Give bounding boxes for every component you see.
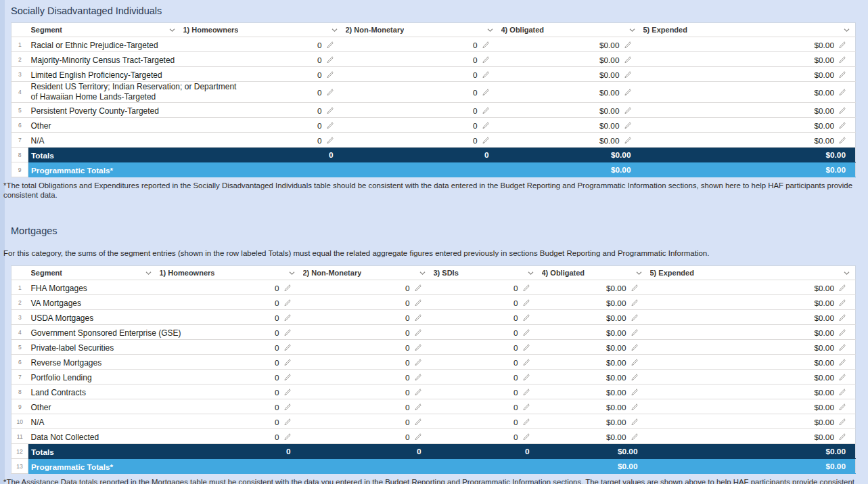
pencil-icon[interactable] [414, 284, 421, 292]
pencil-icon[interactable] [283, 418, 291, 426]
column-header-segment[interactable]: Segment [28, 23, 181, 37]
column-header-4-obligated[interactable]: 4) Obligated [499, 23, 641, 37]
pencil-icon[interactable] [624, 71, 631, 79]
pencil-icon[interactable] [522, 299, 530, 307]
pencil-icon[interactable] [838, 89, 846, 96]
segment-label: Resident US Territory; Indian Reservatio… [31, 82, 237, 102]
value-cell: $0.00 [499, 118, 641, 133]
pencil-icon[interactable] [414, 418, 421, 426]
pencil-icon[interactable] [283, 299, 291, 307]
pencil-icon[interactable] [283, 433, 291, 441]
cell-value: 0 [275, 433, 279, 442]
pencil-icon[interactable] [283, 314, 291, 322]
column-header-1-homeowners[interactable]: 1) Homeowners [181, 23, 343, 37]
pencil-icon[interactable] [838, 41, 846, 49]
pencil-icon[interactable] [838, 122, 846, 129]
pencil-icon[interactable] [283, 374, 291, 381]
pencil-icon[interactable] [522, 374, 530, 381]
total-value-cell [181, 162, 343, 177]
pencil-icon[interactable] [326, 41, 334, 49]
pencil-icon[interactable] [414, 359, 421, 366]
column-header-2-non-monetary[interactable]: 2) Non-Monetary [343, 23, 499, 37]
pencil-icon[interactable] [482, 56, 489, 64]
pencil-icon[interactable] [482, 89, 489, 96]
column-header-3-sdis[interactable]: 3) SDIs [431, 266, 539, 280]
pencil-icon[interactable] [838, 284, 846, 292]
pencil-icon[interactable] [838, 299, 846, 307]
pencil-icon[interactable] [624, 89, 631, 96]
pencil-icon[interactable] [522, 329, 530, 336]
pencil-icon[interactable] [631, 299, 638, 307]
pencil-icon[interactable] [624, 41, 631, 49]
column-header-segment[interactable]: Segment [28, 266, 157, 280]
pencil-icon[interactable] [838, 418, 846, 426]
pencil-icon[interactable] [522, 389, 530, 396]
pencil-icon[interactable] [838, 389, 846, 396]
column-header-5-expended[interactable]: 5) Expended [641, 23, 856, 37]
pencil-icon[interactable] [326, 137, 334, 144]
pencil-icon[interactable] [482, 71, 489, 79]
total-value: 0 [329, 150, 334, 160]
pencil-icon[interactable] [838, 137, 846, 144]
pencil-icon[interactable] [414, 374, 421, 381]
pencil-icon[interactable] [838, 403, 846, 411]
pencil-icon[interactable] [631, 374, 638, 381]
pencil-icon[interactable] [838, 56, 846, 64]
pencil-icon[interactable] [283, 344, 291, 351]
pencil-icon[interactable] [631, 359, 638, 366]
pencil-icon[interactable] [838, 107, 846, 114]
pencil-icon[interactable] [283, 389, 291, 396]
value-cell: $0.00 [499, 133, 641, 148]
pencil-icon[interactable] [631, 389, 638, 396]
pencil-icon[interactable] [414, 433, 421, 441]
pencil-icon[interactable] [414, 329, 421, 336]
pencil-icon[interactable] [631, 344, 638, 351]
pencil-icon[interactable] [624, 122, 631, 129]
pencil-icon[interactable] [283, 329, 291, 336]
pencil-icon[interactable] [522, 314, 530, 322]
pencil-icon[interactable] [624, 56, 631, 64]
pencil-icon[interactable] [283, 284, 291, 292]
pencil-icon[interactable] [522, 418, 530, 426]
pencil-icon[interactable] [414, 314, 421, 322]
pencil-icon[interactable] [283, 403, 291, 411]
pencil-icon[interactable] [838, 344, 846, 351]
pencil-icon[interactable] [326, 89, 334, 96]
pencil-icon[interactable] [414, 389, 421, 396]
pencil-icon[interactable] [838, 329, 846, 336]
pencil-icon[interactable] [522, 284, 530, 292]
column-header-4-obligated[interactable]: 4) Obligated [539, 266, 647, 280]
pencil-icon[interactable] [838, 314, 846, 322]
pencil-icon[interactable] [631, 284, 638, 292]
pencil-icon[interactable] [631, 433, 638, 441]
pencil-icon[interactable] [522, 403, 530, 411]
pencil-icon[interactable] [482, 107, 489, 114]
pencil-icon[interactable] [631, 329, 638, 336]
pencil-icon[interactable] [624, 137, 631, 144]
column-header-1-homeowners[interactable]: 1) Homeowners [157, 266, 300, 280]
pencil-icon[interactable] [838, 71, 846, 79]
pencil-icon[interactable] [522, 344, 530, 351]
pencil-icon[interactable] [414, 344, 421, 351]
column-header-5-expended[interactable]: 5) Expended [647, 266, 856, 280]
pencil-icon[interactable] [838, 374, 846, 381]
pencil-icon[interactable] [414, 299, 421, 307]
pencil-icon[interactable] [631, 403, 638, 411]
pencil-icon[interactable] [283, 359, 291, 366]
pencil-icon[interactable] [482, 122, 489, 129]
column-header-2-non-monetary[interactable]: 2) Non-Monetary [300, 266, 431, 280]
pencil-icon[interactable] [624, 107, 631, 114]
pencil-icon[interactable] [838, 359, 846, 366]
pencil-icon[interactable] [482, 137, 489, 144]
pencil-icon[interactable] [631, 418, 638, 426]
pencil-icon[interactable] [631, 314, 638, 322]
pencil-icon[interactable] [326, 122, 334, 129]
pencil-icon[interactable] [414, 403, 421, 411]
pencil-icon[interactable] [838, 433, 846, 441]
pencil-icon[interactable] [326, 71, 334, 79]
pencil-icon[interactable] [326, 107, 334, 114]
pencil-icon[interactable] [522, 359, 530, 366]
pencil-icon[interactable] [522, 433, 530, 441]
pencil-icon[interactable] [326, 56, 334, 64]
pencil-icon[interactable] [482, 41, 489, 49]
